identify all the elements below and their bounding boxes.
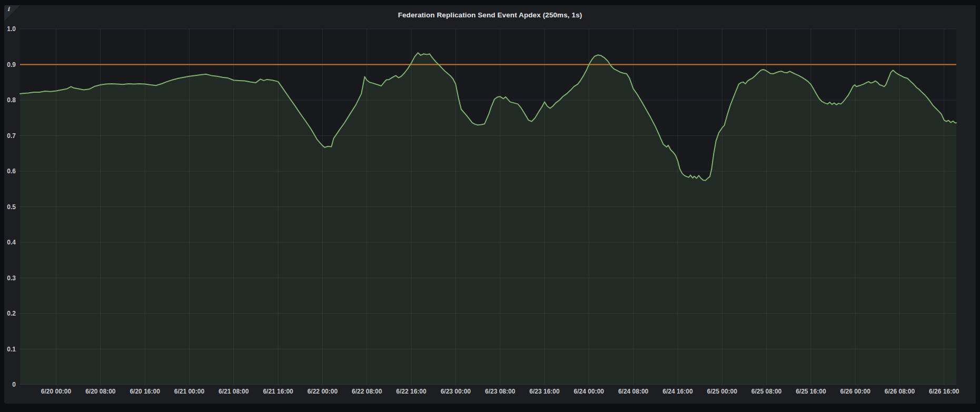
y-tick-label: 0.2 xyxy=(7,310,16,317)
y-tick-label: 0.1 xyxy=(7,346,16,353)
y-tick-label: 0 xyxy=(12,381,16,388)
y-tick-label: 0.3 xyxy=(7,274,16,282)
y-tick-label: 0.4 xyxy=(7,239,16,246)
y-tick-label: 0.6 xyxy=(7,168,16,175)
x-tick-label: 6/21 00:00 xyxy=(174,388,205,395)
x-tick-label: 6/22 16:00 xyxy=(396,388,427,395)
x-tick-label: 6/26 00:00 xyxy=(840,388,870,395)
x-tick-label: 6/20 00:00 xyxy=(41,388,72,395)
x-tick-label: 6/23 08:00 xyxy=(485,388,516,395)
x-tick-label: 6/26 08:00 xyxy=(885,388,915,395)
x-tick-label: 6/21 16:00 xyxy=(263,388,293,395)
timeseries-chart[interactable]: 1.00.90.80.70.60.50.40.30.20.106/20 00:0… xyxy=(4,5,976,404)
y-tick-label: 0.8 xyxy=(7,96,16,104)
x-tick-label: 6/22 00:00 xyxy=(308,388,338,395)
grafana-panel: i Federation Replication Send Event Apde… xyxy=(4,5,976,404)
x-tick-label: 6/23 16:00 xyxy=(529,388,560,395)
y-tick-label: 0.9 xyxy=(7,61,16,68)
x-tick-label: 6/23 00:00 xyxy=(441,388,471,395)
x-tick-label: 6/25 08:00 xyxy=(751,388,782,395)
x-tick-label: 6/24 08:00 xyxy=(618,388,649,395)
x-tick-label: 6/25 00:00 xyxy=(707,388,738,395)
y-tick-label: 0.7 xyxy=(7,132,16,140)
x-tick-label: 6/25 16:00 xyxy=(796,388,826,395)
x-tick-label: 6/24 16:00 xyxy=(662,388,693,395)
x-tick-label: 6/24 00:00 xyxy=(574,388,605,395)
x-tick-label: 6/22 08:00 xyxy=(352,388,382,395)
x-tick-label: 6/20 16:00 xyxy=(130,388,160,395)
x-tick-label: 6/20 08:00 xyxy=(85,388,116,395)
x-tick-label: 6/21 08:00 xyxy=(219,388,249,395)
y-tick-label: 0.5 xyxy=(7,203,16,211)
y-tick-label: 1.0 xyxy=(7,25,16,33)
x-tick-label: 6/26 16:00 xyxy=(929,388,959,395)
